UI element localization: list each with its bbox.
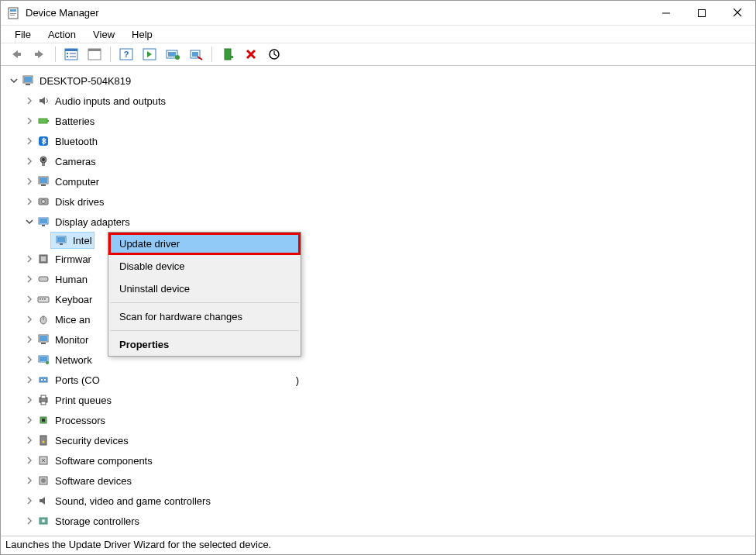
svg-rect-9 xyxy=(35,53,39,56)
ctx-disable-device[interactable]: Disable device xyxy=(108,255,301,278)
category-software-devices[interactable]: Software devices xyxy=(5,471,751,491)
add-hardware-button[interactable] xyxy=(217,45,239,64)
chevron-right-icon[interactable] xyxy=(24,115,35,126)
chevron-right-icon[interactable] xyxy=(24,136,35,147)
chevron-right-icon[interactable] xyxy=(24,475,35,486)
chevron-down-icon[interactable] xyxy=(24,216,35,227)
category-bluetooth[interactable]: Bluetooth xyxy=(5,131,751,151)
uninstall-button[interactable] xyxy=(240,45,262,64)
chevron-right-icon[interactable] xyxy=(24,374,35,385)
svg-rect-34 xyxy=(39,119,47,123)
svg-rect-26 xyxy=(225,49,231,60)
category-display-adapters[interactable]: Display adapters xyxy=(5,212,751,232)
chevron-right-icon[interactable] xyxy=(24,156,35,167)
camera-icon xyxy=(36,154,50,168)
close-button[interactable] xyxy=(720,1,755,25)
properties-button[interactable] xyxy=(84,45,105,64)
back-button[interactable] xyxy=(5,45,27,64)
category-label: Security devices xyxy=(55,435,129,446)
chevron-right-icon[interactable] xyxy=(24,176,35,187)
chevron-right-icon[interactable] xyxy=(24,435,35,446)
chevron-right-icon[interactable] xyxy=(24,253,35,264)
chevron-right-icon[interactable] xyxy=(24,196,35,207)
category-sound[interactable]: Sound, video and game controllers xyxy=(5,491,751,511)
root-node[interactable]: DESKTOP-504K819 xyxy=(5,71,751,91)
svg-rect-12 xyxy=(67,53,68,54)
category-processors[interactable]: Processors xyxy=(5,410,751,430)
chevron-right-icon[interactable] xyxy=(24,95,35,106)
svg-rect-17 xyxy=(88,49,101,51)
ctx-separator xyxy=(110,302,299,303)
chevron-right-icon[interactable] xyxy=(24,455,35,466)
category-print-queues[interactable]: Print queues xyxy=(5,390,751,410)
category-ports[interactable]: Ports (CO) xyxy=(5,370,751,390)
ctx-separator xyxy=(110,330,299,331)
category-computer[interactable]: Computer xyxy=(5,171,751,191)
menu-bar: File Action View Help xyxy=(1,26,755,43)
menu-action[interactable]: Action xyxy=(40,27,84,42)
storage-icon xyxy=(36,514,50,528)
svg-rect-71 xyxy=(41,402,46,405)
svg-rect-14 xyxy=(70,53,76,54)
category-label: Computer xyxy=(55,176,99,188)
chevron-right-icon[interactable] xyxy=(24,395,35,405)
ctx-update-driver[interactable]: Update driver xyxy=(108,233,301,255)
svg-rect-70 xyxy=(41,395,46,398)
svg-rect-50 xyxy=(60,243,63,245)
maximize-button[interactable] xyxy=(684,1,720,25)
svg-point-23 xyxy=(175,55,180,60)
menu-help[interactable]: Help xyxy=(124,27,160,42)
ctx-scan-hardware[interactable]: Scan for hardware changes xyxy=(108,305,301,328)
help-button[interactable]: ? xyxy=(115,45,137,64)
svg-rect-55 xyxy=(40,298,41,300)
svg-rect-42 xyxy=(41,184,46,186)
forward-button[interactable] xyxy=(29,45,50,64)
chevron-right-icon[interactable] xyxy=(24,334,35,345)
chevron-right-icon[interactable] xyxy=(24,495,35,506)
menu-view[interactable]: View xyxy=(85,27,122,42)
category-label: Mice an xyxy=(55,314,91,326)
chevron-right-icon[interactable] xyxy=(24,294,35,305)
menu-file[interactable]: File xyxy=(7,27,39,42)
toolbar: ? xyxy=(1,43,755,66)
svg-point-75 xyxy=(43,441,45,443)
category-label: Cameras xyxy=(55,156,96,167)
toolbar-separator xyxy=(55,47,56,62)
category-cameras[interactable]: Cameras xyxy=(5,151,751,171)
svg-rect-1 xyxy=(10,9,16,12)
category-storage[interactable]: Storage controllers xyxy=(5,511,751,531)
category-disk-drives[interactable]: Disk drives xyxy=(5,191,751,212)
computer-icon xyxy=(21,74,35,88)
category-label: Firmwar xyxy=(55,253,91,265)
svg-rect-47 xyxy=(42,225,45,226)
category-label: Audio inputs and outputs xyxy=(55,95,166,107)
scan-hardware-button[interactable] xyxy=(139,45,160,64)
chevron-right-icon[interactable] xyxy=(24,515,35,526)
chevron-right-icon[interactable] xyxy=(24,354,35,365)
minimize-button[interactable] xyxy=(648,1,684,25)
title-bar: Device Manager xyxy=(1,1,755,26)
chevron-right-icon[interactable] xyxy=(24,314,35,325)
update-driver-button[interactable] xyxy=(162,45,184,64)
sound-icon xyxy=(36,494,50,508)
disable-device-button[interactable] xyxy=(185,45,207,64)
toolbar-separator xyxy=(110,47,111,62)
category-batteries[interactable]: Batteries xyxy=(5,111,751,131)
chevron-down-icon[interactable] xyxy=(9,75,19,86)
ctx-properties[interactable]: Properties xyxy=(108,333,301,356)
chevron-right-icon[interactable] xyxy=(24,274,35,284)
hid-icon xyxy=(36,272,50,286)
category-security[interactable]: Security devices xyxy=(5,430,751,450)
show-hide-tree-button[interactable] xyxy=(60,45,82,64)
ctx-uninstall-device[interactable]: Uninstall device xyxy=(108,278,301,300)
device-intel-uhd-graphics[interactable]: Intel xyxy=(50,232,94,249)
refresh-button[interactable] xyxy=(263,45,285,64)
chevron-right-icon[interactable] xyxy=(24,415,35,426)
svg-rect-46 xyxy=(40,219,47,223)
svg-rect-68 xyxy=(44,379,46,381)
category-software-components[interactable]: Software components xyxy=(5,450,751,471)
svg-rect-73 xyxy=(42,419,45,422)
category-label: Sound, video and game controllers xyxy=(55,495,211,507)
category-audio[interactable]: Audio inputs and outputs xyxy=(5,91,751,111)
category-label: Batteries xyxy=(55,115,94,127)
